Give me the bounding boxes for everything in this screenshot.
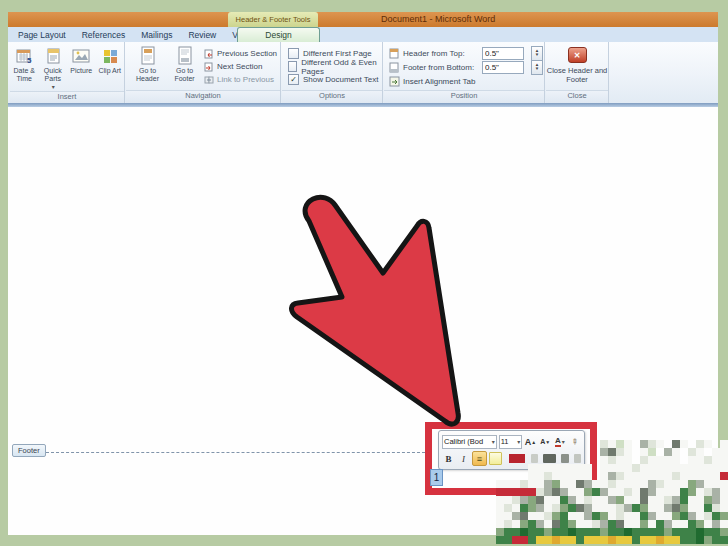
quick-parts-icon <box>44 45 62 67</box>
group-label-insert: Insert <box>10 91 124 103</box>
font-name-value: Calibri (Bod <box>444 437 483 446</box>
different-first-page-checkbox[interactable] <box>288 48 299 59</box>
insert-alignment-tab-button[interactable]: Insert Alignment Tab <box>389 74 544 88</box>
quick-parts-button[interactable]: Quick Parts ▾ <box>39 45 67 91</box>
quick-parts-label: Quick Parts <box>39 67 67 83</box>
tab-design-active[interactable]: Design <box>237 27 320 42</box>
window-title: Document1 - Microsoft Word <box>381 14 495 24</box>
title-bar <box>8 12 718 27</box>
go-to-header-label: Go to Header <box>130 67 165 83</box>
footer-from-bottom-spinner[interactable]: ▲▼ <box>531 60 543 75</box>
ribbon-tab-row: Page Layout References Mailings Review V… <box>8 27 718 42</box>
center-align-button[interactable]: ≡ <box>472 451 487 466</box>
next-section-label: Next Section <box>217 62 262 71</box>
link-to-previous-icon <box>204 75 214 85</box>
link-to-previous-button[interactable]: Link to Previous <box>204 74 277 85</box>
contextual-tab-header: Header & Footer Tools <box>228 12 318 27</box>
censor-mosaic <box>496 440 728 544</box>
tab-mailings[interactable]: Mailings <box>133 30 180 40</box>
picture-icon <box>72 45 91 67</box>
header-from-top-label: Header from Top: <box>403 49 479 58</box>
close-icon: ✕ <box>568 47 587 63</box>
go-to-header-icon <box>139 45 157 67</box>
footer-from-bottom-input[interactable] <box>482 61 524 74</box>
footer-from-bottom-label: Footer from Bottom: <box>403 63 479 72</box>
group-label-navigation: Navigation <box>126 90 280 103</box>
ribbon: 5 Date & Time Quick Parts ▾ Picture <box>8 42 718 103</box>
close-header-footer-button[interactable]: ✕ Close Header and Footer <box>546 45 608 90</box>
go-to-footer-button[interactable]: Go to Footer <box>167 45 202 90</box>
clip-art-button[interactable]: Clip Art <box>96 45 124 91</box>
tab-page-layout[interactable]: Page Layout <box>10 30 74 40</box>
group-label-close: Close <box>546 90 608 103</box>
go-to-footer-label: Go to Footer <box>167 67 202 83</box>
screenshot-frame: Document1 - Microsoft Word Header & Foot… <box>0 0 728 546</box>
show-document-text-option[interactable]: ✓ Show Document Text <box>288 73 382 86</box>
header-from-top-row: Header from Top: ▲▼ <box>389 46 544 60</box>
bold-button[interactable]: B <box>442 452 455 465</box>
group-label-options: Options <box>282 90 382 103</box>
group-position: Header from Top: ▲▼ Footer from Bottom: … <box>384 42 545 103</box>
font-name-caret-icon: ▾ <box>492 438 495 445</box>
date-time-button[interactable]: 5 Date & Time <box>10 45 38 91</box>
close-header-footer-label: Close Header and Footer <box>546 66 608 84</box>
page-number-selected[interactable]: 1 <box>430 469 443 486</box>
header-from-top-spinner[interactable]: ▲▼ <box>531 46 543 61</box>
group-label-position: Position <box>384 90 544 103</box>
different-odd-even-option[interactable]: Different Odd & Even Pages <box>288 60 382 73</box>
header-from-top-icon <box>389 48 400 59</box>
date-time-label: Date & Time <box>10 67 38 83</box>
insert-alignment-tab-label: Insert Alignment Tab <box>403 77 475 86</box>
insert-alignment-tab-icon <box>389 76 400 87</box>
next-section-icon <box>204 62 214 72</box>
group-options: Different First Page Different Odd & Eve… <box>282 42 383 103</box>
previous-section-icon <box>204 49 214 59</box>
quick-parts-caret-icon: ▾ <box>52 83 55 91</box>
show-document-text-label: Show Document Text <box>303 75 378 84</box>
go-to-footer-icon <box>176 45 194 67</box>
footer-from-bottom-icon <box>389 62 400 73</box>
date-time-icon: 5 <box>15 45 33 67</box>
footer-boundary-dashed-line <box>46 452 425 453</box>
tab-review[interactable]: Review <box>180 30 224 40</box>
picture-button[interactable]: Picture <box>67 45 95 91</box>
footer-from-bottom-row: Footer from Bottom: ▲▼ <box>389 60 544 74</box>
center-align-icon: ≡ <box>477 454 482 464</box>
group-navigation: Go to Header Go to Footer Previous Secti… <box>126 42 281 103</box>
picture-label: Picture <box>70 67 92 75</box>
svg-text:5: 5 <box>27 56 32 65</box>
clip-art-icon <box>101 45 119 67</box>
group-insert: 5 Date & Time Quick Parts ▾ Picture <box>10 42 125 103</box>
link-to-previous-label: Link to Previous <box>217 75 274 84</box>
previous-section-button[interactable]: Previous Section <box>204 48 277 59</box>
footer-area-tag: Footer <box>12 444 46 457</box>
show-document-text-checkbox[interactable]: ✓ <box>288 74 299 85</box>
group-close: ✕ Close Header and Footer Close <box>546 42 609 103</box>
go-to-header-button[interactable]: Go to Header <box>130 45 165 90</box>
different-odd-even-checkbox[interactable] <box>288 61 297 72</box>
clip-art-label: Clip Art <box>98 67 121 75</box>
font-name-combo[interactable]: Calibri (Bod ▾ <box>442 435 497 449</box>
italic-button[interactable]: I <box>457 452 470 465</box>
next-section-button[interactable]: Next Section <box>204 61 277 72</box>
tab-references[interactable]: References <box>74 30 133 40</box>
previous-section-label: Previous Section <box>217 49 277 58</box>
header-from-top-input[interactable] <box>482 47 524 60</box>
